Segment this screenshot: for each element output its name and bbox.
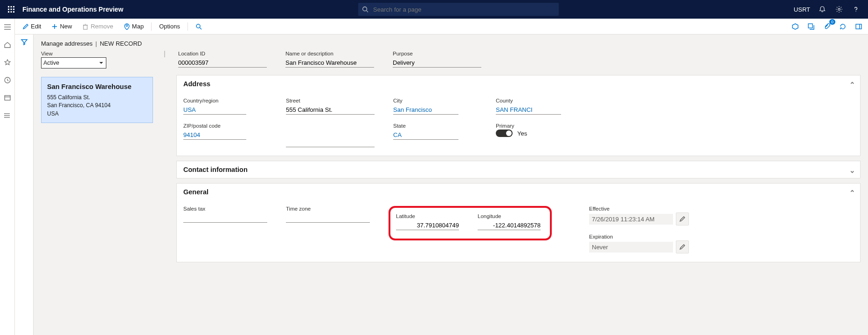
svg-rect-1 bbox=[11, 6, 12, 7]
remove-label: Remove bbox=[90, 23, 113, 30]
filter-column bbox=[15, 34, 34, 335]
address-card-selected[interactable]: San Francisco Warehouse 555 California S… bbox=[41, 77, 153, 123]
breadcrumb-root[interactable]: Manage addresses bbox=[41, 40, 93, 47]
svg-rect-3 bbox=[8, 9, 9, 10]
expiration-field bbox=[589, 242, 673, 253]
page-search-button[interactable] bbox=[192, 21, 206, 32]
view-select[interactable]: Active bbox=[41, 57, 106, 68]
state-field[interactable] bbox=[393, 130, 458, 140]
nav-rail bbox=[0, 19, 15, 335]
latitude-field[interactable] bbox=[396, 220, 459, 230]
chevron-up-icon: ⌃ bbox=[849, 81, 855, 89]
related-info-icon[interactable] bbox=[790, 21, 801, 32]
purpose-label: Purpose bbox=[393, 51, 481, 56]
nav-workspaces-icon[interactable] bbox=[3, 93, 12, 103]
global-search-input[interactable] bbox=[372, 6, 555, 14]
expiration-label: Expiration bbox=[589, 234, 689, 239]
general-section: General⌃ Sales tax Time zone Latitude bbox=[176, 183, 861, 262]
map-button[interactable]: Map bbox=[120, 21, 147, 32]
notifications-icon[interactable] bbox=[814, 0, 831, 19]
effective-label: Effective bbox=[589, 206, 689, 212]
general-section-header[interactable]: General⌃ bbox=[177, 184, 860, 200]
svg-rect-6 bbox=[8, 11, 9, 13]
filter-icon[interactable] bbox=[21, 38, 28, 335]
help-icon[interactable] bbox=[847, 0, 864, 19]
nav-home-icon[interactable] bbox=[3, 40, 12, 49]
action-pane: Edit New Remove Map Options bbox=[15, 19, 868, 34]
close-panel-icon[interactable] bbox=[853, 21, 864, 32]
svg-rect-7 bbox=[11, 11, 12, 13]
county-label: County bbox=[496, 98, 580, 103]
new-label: New bbox=[60, 23, 72, 30]
card-line: USA bbox=[47, 110, 147, 118]
svg-rect-0 bbox=[8, 6, 9, 7]
purpose-field[interactable] bbox=[393, 57, 481, 68]
edit-label: Edit bbox=[31, 23, 41, 30]
effective-field bbox=[589, 214, 673, 225]
svg-line-32 bbox=[200, 27, 201, 29]
svg-point-30 bbox=[126, 25, 128, 27]
nav-modules-icon[interactable] bbox=[3, 111, 12, 120]
map-label: Map bbox=[132, 23, 144, 30]
svg-rect-34 bbox=[856, 24, 861, 29]
nav-recent-icon[interactable] bbox=[3, 75, 12, 85]
new-button[interactable]: New bbox=[48, 21, 76, 32]
city-field[interactable] bbox=[393, 104, 458, 115]
global-search[interactable] bbox=[358, 3, 559, 16]
app-title: Finance and Operations Preview bbox=[22, 6, 123, 13]
card-line: San Francisco, CA 94104 bbox=[47, 102, 147, 109]
remove-button: Remove bbox=[78, 21, 117, 32]
country-label: Country/region bbox=[183, 98, 267, 103]
svg-rect-4 bbox=[11, 9, 12, 10]
svg-point-22 bbox=[4, 113, 5, 114]
location-id-field[interactable] bbox=[178, 57, 267, 68]
card-line: 555 California St. bbox=[47, 94, 147, 102]
svg-point-24 bbox=[4, 117, 5, 118]
edit-expiration-button[interactable] bbox=[676, 240, 689, 253]
name-label: Name or description bbox=[285, 51, 374, 56]
edit-effective-button[interactable] bbox=[676, 212, 689, 226]
svg-line-10 bbox=[367, 11, 368, 13]
edit-button[interactable]: Edit bbox=[19, 21, 45, 32]
card-name: San Francisco Warehouse bbox=[47, 82, 147, 92]
app-launcher-icon[interactable] bbox=[4, 2, 19, 17]
attachments-button[interactable] bbox=[821, 21, 833, 32]
svg-rect-27 bbox=[83, 25, 87, 29]
contact-section: Contact information⌄ bbox=[176, 161, 861, 178]
global-topbar: Finance and Operations Preview USRT bbox=[0, 0, 868, 19]
options-button[interactable]: Options bbox=[155, 21, 184, 32]
svg-point-11 bbox=[838, 8, 840, 10]
nav-hamburger-icon[interactable] bbox=[3, 22, 12, 32]
settings-icon[interactable] bbox=[831, 0, 847, 19]
country-field[interactable] bbox=[183, 104, 246, 115]
refresh-icon[interactable] bbox=[837, 21, 848, 32]
nav-favorite-icon[interactable] bbox=[3, 58, 12, 67]
longitude-field[interactable] bbox=[478, 220, 541, 230]
salestax-label: Sales tax bbox=[183, 206, 267, 212]
timezone-label: Time zone bbox=[286, 206, 370, 212]
splitter[interactable] bbox=[162, 51, 167, 57]
view-label: View bbox=[41, 51, 153, 56]
contact-section-header[interactable]: Contact information⌄ bbox=[177, 161, 860, 178]
zip-label: ZIP/postal code bbox=[183, 123, 267, 129]
chevron-up-icon: ⌃ bbox=[849, 189, 855, 197]
svg-point-31 bbox=[196, 24, 200, 28]
latitude-label: Latitude bbox=[396, 213, 459, 219]
open-new-window-icon[interactable] bbox=[806, 21, 817, 32]
street2-field[interactable] bbox=[286, 137, 375, 147]
salestax-field[interactable] bbox=[183, 212, 267, 223]
location-id-label: Location ID bbox=[178, 51, 267, 56]
county-field[interactable] bbox=[496, 104, 561, 115]
longitude-label: Longitude bbox=[478, 213, 541, 219]
address-section-header[interactable]: Address⌃ bbox=[177, 75, 860, 92]
svg-rect-5 bbox=[13, 9, 14, 10]
name-field[interactable] bbox=[285, 57, 374, 68]
timezone-field[interactable] bbox=[286, 212, 370, 223]
zip-field[interactable] bbox=[183, 130, 246, 140]
breadcrumb-sep: | bbox=[96, 40, 97, 47]
company-picker[interactable]: USRT bbox=[794, 6, 810, 13]
primary-toggle[interactable] bbox=[496, 130, 513, 137]
svg-rect-17 bbox=[5, 96, 10, 100]
street-field[interactable] bbox=[286, 104, 375, 115]
state-label: State bbox=[393, 123, 477, 129]
